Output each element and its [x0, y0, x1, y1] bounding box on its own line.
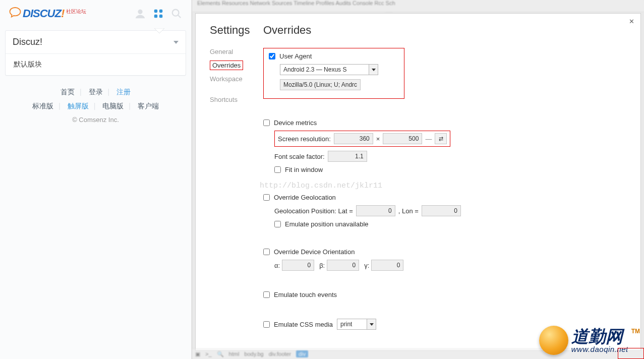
link-login[interactable]: 登录: [84, 88, 108, 96]
font-scale-label: Font scale factor:: [274, 153, 325, 160]
svg-rect-3: [154, 15, 157, 18]
geo-lat-input[interactable]: [356, 205, 395, 216]
copyright: © Comsenz Inc.: [0, 116, 191, 124]
touch-label: Emulate touch events: [274, 291, 337, 298]
css-checkbox[interactable]: [263, 321, 270, 328]
geo-lon-input[interactable]: [422, 205, 461, 216]
geo-emu-label: Emulate position unavailable: [285, 220, 369, 228]
swap-button[interactable]: ⇄: [435, 133, 447, 144]
settings-title: Settings: [210, 24, 263, 37]
res-times: ×: [376, 135, 380, 143]
svg-point-5: [172, 10, 179, 16]
svg-rect-4: [159, 15, 162, 18]
geo-lon-label: , Lon =: [398, 207, 419, 215]
discuz-pane: DISCUZ! 社区论坛 Discuz! 默认版块 首页| 登录| 注册 标准版…: [0, 0, 192, 359]
orient-checkbox[interactable]: [263, 249, 270, 255]
geo-pos-label: Geolocation Position: Lat =: [274, 207, 353, 215]
daoqin-ball-icon: [539, 326, 568, 355]
nav-shortcuts[interactable]: Shortcuts: [210, 96, 263, 103]
crumb-div[interactable]: div.footer: [269, 351, 291, 357]
fit-window-label: Fit in window: [285, 166, 323, 173]
geo-checkbox[interactable]: [263, 194, 270, 201]
nav-general[interactable]: General: [210, 48, 263, 55]
apps-icon[interactable]: [153, 8, 164, 19]
forum-card: Discuz! 默认版块: [5, 30, 186, 76]
svg-point-0: [138, 10, 142, 14]
crumb-body[interactable]: body.bg: [244, 351, 263, 357]
res-label: Screen resolution:: [278, 135, 331, 143]
orientation-section: Override Device Orientation α: β: γ:: [263, 248, 627, 271]
font-scale-input[interactable]: [328, 151, 367, 162]
forum-dropdown[interactable]: Discuz!: [6, 31, 186, 54]
devtools-pane: Elements Resources Network Sources Timel…: [192, 0, 644, 359]
dropdown-arrow-icon: [367, 319, 376, 329]
nav-overrides[interactable]: Overrides: [210, 61, 243, 70]
dm-label: Device metrics: [274, 119, 317, 127]
user-icon[interactable]: [135, 8, 146, 19]
ua-string-input[interactable]: [280, 79, 361, 90]
dm-checkbox[interactable]: [263, 119, 270, 126]
mdash: —: [425, 135, 432, 143]
link-touch[interactable]: 触屏版: [63, 102, 94, 110]
res-width-input[interactable]: [334, 133, 373, 144]
beta-input[interactable]: [327, 260, 359, 271]
devtools-tabbar[interactable]: Elements Resources Network Sources Timel…: [192, 0, 644, 12]
css-media-value: print: [340, 321, 352, 328]
settings-panel: ✕ Settings General Overrides Workspace S…: [195, 13, 641, 351]
geo-emu-checkbox[interactable]: [274, 221, 281, 227]
link-home[interactable]: 首页: [55, 88, 80, 96]
beta-label: β:: [319, 262, 325, 269]
caret-down-icon: [154, 28, 164, 33]
site-logo[interactable]: DISCUZ! 社区论坛: [9, 7, 86, 20]
settings-sidebar: Settings General Overrides Workspace Sho…: [210, 24, 263, 350]
speech-bubble-icon: [9, 7, 21, 18]
link-register[interactable]: 注册: [111, 88, 136, 96]
dropdown-arrow-icon: [369, 65, 378, 75]
default-board[interactable]: 默认版块: [6, 54, 186, 75]
svg-marker-7: [154, 28, 164, 33]
footer-links: 首页| 登录| 注册 标准版| 触屏版| 电脑版| 客户端 © Comsenz …: [0, 88, 191, 124]
header-icons: [135, 8, 182, 19]
css-media-select[interactable]: print: [337, 319, 376, 330]
logo-text: DISCUZ: [23, 7, 61, 20]
touch-checkbox[interactable]: [263, 291, 270, 298]
settings-main: Overrides User Agent Android 2.3 — Nexus…: [263, 24, 627, 350]
gamma-input[interactable]: [371, 260, 403, 271]
touch-section: Emulate touch events: [263, 291, 627, 298]
svg-rect-2: [159, 10, 162, 13]
footer-line2: 标准版| 触屏版| 电脑版| 客户端: [0, 102, 191, 111]
res-height-input[interactable]: [383, 133, 422, 144]
link-pc[interactable]: 电脑版: [97, 102, 129, 110]
ua-checkbox[interactable]: [269, 53, 275, 59]
crumb-pill[interactable]: div: [296, 350, 308, 357]
red-corner-box: [618, 348, 644, 359]
alpha-input[interactable]: [282, 260, 314, 271]
logo-subtitle: 社区论坛: [66, 8, 86, 15]
svg-line-6: [178, 15, 181, 18]
trademark: TM: [631, 328, 640, 335]
user-agent-section: User Agent Android 2.3 — Nexus S: [263, 48, 404, 99]
nav-workspace[interactable]: Workspace: [210, 75, 263, 83]
css-label: Emulate CSS media: [274, 321, 333, 328]
device-metrics-section: Device metrics Screen resolution: × — ⇄: [263, 119, 627, 173]
page-title: Overrides: [263, 24, 627, 37]
close-icon[interactable]: ✕: [629, 18, 634, 25]
forum-dropdown-title: Discuz!: [13, 37, 42, 47]
chevron-down-icon: [173, 41, 179, 44]
orient-label: Override Device Orientation: [274, 248, 355, 256]
ua-selected-option: Android 2.3 — Nexus S: [283, 66, 346, 73]
footer-line1: 首页| 登录| 注册: [0, 88, 191, 97]
geolocation-section: Override Geolocation Geolocation Positio…: [263, 194, 627, 228]
alpha-label: α:: [274, 262, 280, 269]
svg-rect-1: [154, 10, 157, 13]
site-header: DISCUZ! 社区论坛: [0, 0, 191, 24]
search-icon[interactable]: [171, 8, 182, 19]
fit-window-checkbox[interactable]: [274, 166, 281, 173]
geo-label: Override Geolocation: [274, 194, 336, 201]
link-standard[interactable]: 标准版: [27, 102, 58, 110]
ua-label: User Agent: [279, 52, 312, 60]
gamma-label: γ:: [364, 262, 369, 269]
daoqin-text: 道勤网: [571, 328, 628, 345]
link-client[interactable]: 客户端: [133, 102, 164, 110]
ua-select[interactable]: Android 2.3 — Nexus S: [280, 64, 378, 75]
